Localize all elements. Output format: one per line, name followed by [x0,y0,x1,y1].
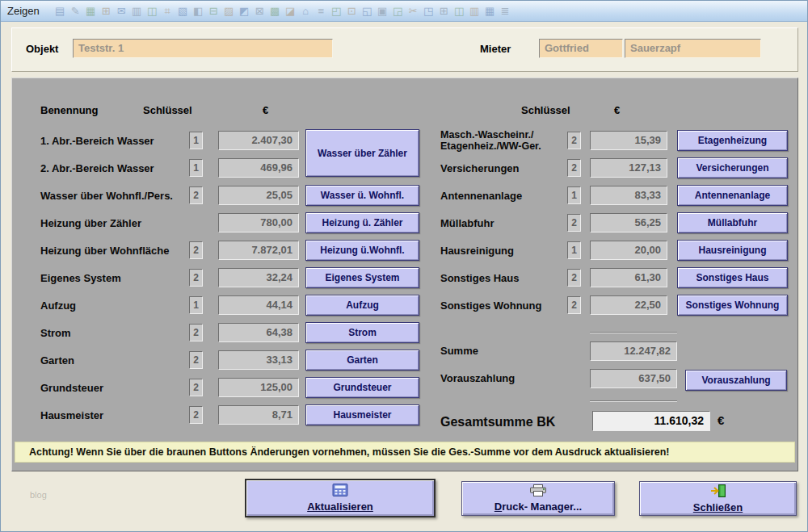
key-field: 2 [189,351,203,369]
key-field: 2 [567,159,581,177]
row-button[interactable]: Grundsteuer [305,377,419,398]
toolbar-icon[interactable]: ≡ [314,5,329,17]
toolbar-icon[interactable]: ◰ [329,5,344,17]
toolbar-icon[interactable]: ▧ [175,5,191,17]
currency-symbol: € [718,413,724,427]
toolbar-icon[interactable]: ⊠ [252,5,267,17]
row-label: Sonstiges Haus [440,272,520,284]
toolbar-icon[interactable]: ▨ [221,5,237,17]
row-label: Antennenanlage [440,190,522,202]
toolbar-icon[interactable]: ▤ [53,5,68,17]
row-label: Müllabfuhr [440,217,494,229]
main-panel: Benennung Schlüssel € Schlüssel € 1. Abr… [11,77,798,471]
row-button[interactable]: Sonstiges Wohnung [677,295,788,316]
toolbar-icon[interactable]: ⊞ [436,5,452,17]
exit-door-icon [710,484,726,500]
title-bar[interactable]: Zeigen ▤ ✎ ▦ ⊞ ✉ ▥ ◫ ⌗ ▧ ◧ ⊟ ▨ ◩ ⊠ ▩ ◪ ⌂… [1,1,807,22]
toolbar-icon[interactable]: ≣ [498,5,513,17]
row-button[interactable]: Müllabfuhr [677,212,788,233]
printer-icon [529,484,547,499]
header-schluessel-left: Schlüssel [143,104,192,116]
toolbar-icon[interactable]: ⌂ [298,5,314,17]
toolbar-icon[interactable]: ✂ [406,5,421,17]
toolbar-icon[interactable]: ◱ [360,5,375,17]
row-button[interactable]: Antennenanlage [677,185,788,206]
amount-field: 33,13 [218,350,299,370]
mieter-last-field[interactable]: Sauerzapf [625,39,761,58]
key-field: 1 [567,186,581,204]
row-label: Grundsteuer [40,382,103,394]
toolbar-icon[interactable]: ◫ [145,5,160,17]
header-eur-right: € [614,104,620,116]
objekt-label: Objekt [26,43,58,55]
key-field: 2 [189,324,203,341]
toolbar-icon[interactable]: ▥ [467,5,482,17]
amount-field: 8,71 [218,405,299,425]
objekt-field[interactable]: Teststr. 1 [73,39,333,58]
table-row: Masch.-Wascheinr./ Etagenheiz./WW-Ger. 2… [12,127,797,154]
toolbar-icon[interactable]: ⌗ [160,5,175,18]
toolbar-icon[interactable]: ◩ [237,5,252,17]
row-button[interactable]: Versicherungen [677,157,788,178]
toolbar-icon[interactable]: ▣ [375,5,390,17]
warning-message: Achtung! Wenn Sie über die braunen Butto… [15,442,795,463]
toolbar-icon[interactable]: ◳ [421,5,436,17]
toolbar-icon[interactable]: ◲ [390,5,406,17]
key-field: 2 [189,406,203,424]
row-button[interactable]: Sonstiges Haus [677,267,788,288]
toolbar-icon[interactable]: ⊞ [99,5,114,17]
schliessen-button[interactable]: Schließen [639,481,797,516]
key-field: 2 [567,296,581,314]
row-label: Hausreinigung [440,245,514,257]
druck-manager-button[interactable]: Druck- Manager... [461,481,615,516]
amount-field: 56,25 [590,213,667,232]
toolbar-icon[interactable]: ◪ [283,5,298,17]
header-benennung: Benennung [40,104,99,116]
row-label: Versicherungen [440,162,520,174]
row-button[interactable]: Etagenheizung [677,130,788,151]
calculator-icon [332,484,348,499]
toolbar-icon[interactable]: ⊡ [344,5,360,17]
toolbar-icon[interactable]: ◫ [452,5,467,17]
row-button[interactable]: Hausmeister [305,404,419,425]
toolbar-icon[interactable]: ▦ [83,5,99,17]
toolbar-icon[interactable]: ▦ [482,5,498,17]
vorauszahlung-button[interactable]: Vorauszahlung [685,370,787,391]
amount-field: 22,50 [590,295,667,315]
header-eur-left: € [263,104,268,116]
header-schluessel-right: Schlüssel [521,104,570,116]
aktualisieren-button[interactable]: Aktualisieren [245,479,436,517]
key-field: 2 [567,214,581,232]
window-title: Zeigen [7,5,40,17]
table-row: Sonstiges Haus 2 61,30 Sonstiges Haus [12,264,797,291]
toolbar-icon[interactable]: ✉ [114,5,129,17]
toolbar-icon[interactable]: ⊟ [206,5,221,17]
header-form: Objekt Teststr. 1 Mieter Gottfried Sauer… [11,27,798,72]
key-field: 2 [189,379,203,396]
vorauszahlung-label: Vorauszahlung [440,369,515,388]
toolbar-icon[interactable]: ✎ [68,5,83,17]
toolbar-icon[interactable]: ◧ [191,5,206,17]
amount-field: 64,38 [218,323,299,342]
divider-line [590,332,677,333]
watermark: blog [30,490,47,500]
gesamtsumme-field: 11.610,32 [592,411,710,431]
row-label: Strom [40,327,71,339]
row-label: Hausmeister [40,409,103,421]
table-row: Sonstiges Wohnung 2 22,50 Sonstiges Wohn… [12,291,797,319]
amount-field: 61,30 [590,268,667,287]
app-window: Zeigen ▤ ✎ ▦ ⊞ ✉ ▥ ◫ ⌗ ▧ ◧ ⊟ ▨ ◩ ⊠ ▩ ◪ ⌂… [0,0,808,532]
mieter-first-field[interactable]: Gottfried [539,39,623,58]
row-button[interactable]: Strom [305,322,419,343]
table-row: Strom 2 64,38 Strom [12,319,797,346]
toolbar-icon[interactable]: ▩ [267,5,283,17]
row-label: Masch.-Wascheinr./ Etagenheiz./WW-Ger. [440,129,541,152]
amount-field: 20,00 [590,241,667,260]
row-button[interactable]: Hausreinigung [677,240,788,261]
key-field: 2 [567,269,581,287]
table-row: Müllabfuhr 2 56,25 Müllabfuhr [12,209,797,237]
row-button[interactable]: Garten [305,350,419,371]
table-row: Hausreinigung 1 20,00 Hausreinigung [12,237,797,264]
mieter-label: Mieter [480,43,511,55]
toolbar-icon[interactable]: ▥ [129,5,145,17]
